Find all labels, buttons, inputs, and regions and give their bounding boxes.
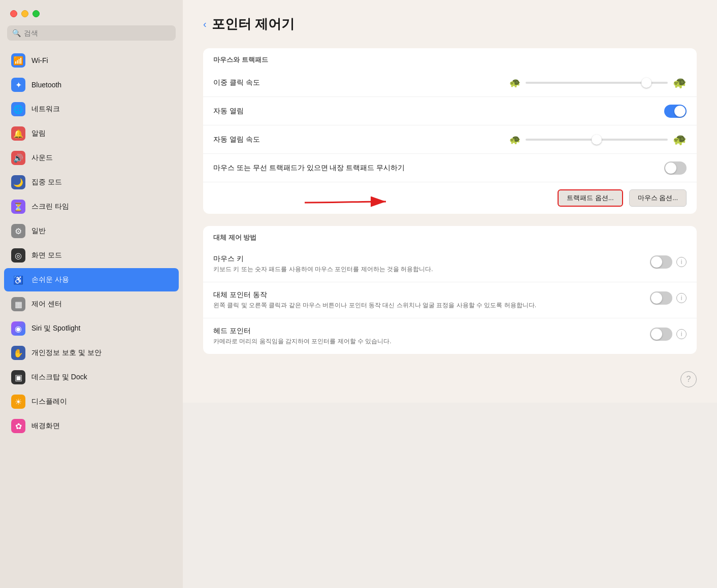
back-button[interactable]: ‹ bbox=[203, 18, 207, 30]
head-pointer-sublabel: 카메라로 머리의 움직임을 감지하여 포인터를 제어할 수 있습니다. bbox=[213, 337, 650, 346]
sidebar-item-network[interactable]: 🌐네트워크 bbox=[4, 97, 179, 121]
sidebar-item-notifications[interactable]: 🔔알림 bbox=[4, 122, 179, 145]
focus-icon: 🌙 bbox=[11, 175, 25, 189]
page-title: 포인터 제어기 bbox=[212, 15, 295, 33]
sidebar-item-label-wallpaper: 배경화면 bbox=[31, 421, 60, 431]
alt-pointer-info-button[interactable]: i bbox=[676, 293, 687, 303]
alt-pointer-toggle-thumb bbox=[651, 292, 662, 304]
bluetooth-icon: ✦ bbox=[11, 78, 25, 92]
slider-row-double-click[interactable]: 🐢 🐢 bbox=[509, 76, 687, 89]
trackpad-options-button[interactable]: 트랙패드 옵션... bbox=[558, 189, 623, 207]
turtle-icon-large-2: 🐢 bbox=[673, 133, 687, 146]
help-row: ? bbox=[203, 366, 697, 387]
double-click-label: 이중 클릭 속도 bbox=[213, 78, 509, 87]
sidebar-item-label-focus: 집중 모드 bbox=[31, 178, 62, 187]
alt-pointer-sublabel: 왼쪽 클릭 및 오른쪽 클릭과 같은 마우스 버튼이나 포인터 동작 대신 스위… bbox=[213, 301, 650, 310]
sidebar-item-label-accessibility: 손쉬운 사용 bbox=[31, 275, 69, 284]
auto-open-toggle[interactable] bbox=[664, 105, 687, 118]
sidebar-item-label-control: 제어 센터 bbox=[31, 300, 62, 309]
ignore-trackpad-toggle[interactable] bbox=[664, 161, 687, 175]
main-wrapper: ‹ 포인터 제어기 마우스와 트랙패드 이중 클릭 속도 🐢 🐢 자동 열림 bbox=[183, 0, 717, 588]
sidebar-item-wallpaper[interactable]: ✿배경화면 bbox=[4, 414, 179, 438]
sidebar-item-privacy[interactable]: ✋개인정보 보호 및 보안 bbox=[4, 341, 179, 365]
auto-open-toggle-thumb bbox=[674, 106, 686, 117]
sidebar-item-general[interactable]: ⚙일반 bbox=[4, 219, 179, 243]
sidebar-item-label-appearance: 화면 모드 bbox=[31, 251, 62, 260]
turtle-icon-small-2: 🐢 bbox=[509, 134, 520, 145]
sidebar-item-wifi[interactable]: 📶Wi-Fi bbox=[4, 49, 179, 72]
head-pointer-toggle[interactable] bbox=[650, 328, 672, 341]
ignore-trackpad-toggle-thumb bbox=[665, 162, 676, 174]
network-icon: 🌐 bbox=[11, 102, 25, 116]
turtle-icon-large: 🐢 bbox=[673, 76, 687, 89]
double-click-slider[interactable] bbox=[526, 82, 668, 84]
sidebar-item-label-desktop: 데스크탑 및 Dock bbox=[31, 373, 87, 382]
general-icon: ⚙ bbox=[11, 224, 25, 238]
mouse-keys-info-button[interactable]: i bbox=[676, 257, 687, 267]
wallpaper-icon: ✿ bbox=[11, 419, 25, 433]
sound-icon: 🔊 bbox=[11, 151, 25, 165]
minimize-button[interactable] bbox=[21, 10, 28, 17]
display-icon: ☀ bbox=[11, 395, 25, 409]
auto-open-speed-label: 자동 열림 속도 bbox=[213, 135, 509, 144]
slider-row-auto-speed[interactable]: 🐢 🐢 bbox=[509, 133, 687, 146]
mouse-keys-toggle-thumb bbox=[651, 256, 662, 268]
auto-open-label: 자동 열림 bbox=[213, 107, 664, 116]
sidebar-item-label-privacy: 개인정보 보호 및 보안 bbox=[31, 348, 102, 357]
mouse-options-button[interactable]: 마우스 옵션... bbox=[629, 189, 687, 207]
sidebar-item-label-general: 일반 bbox=[31, 226, 46, 236]
row-alt-pointer: 대체 포인터 동작 왼쪽 클릭 및 오른쪽 클릭과 같은 마우스 버튼이나 포인… bbox=[203, 282, 697, 318]
mouse-keys-sublabel: 키보드 키 또는 숫자 패드를 사용하여 마우스 포인터를 제어하는 것을 허용… bbox=[213, 265, 650, 274]
section-alt-control: 대체 제어 방법 마우스 키 키보드 키 또는 숫자 패드를 사용하여 마우스 … bbox=[203, 226, 697, 354]
page-header: ‹ 포인터 제어기 bbox=[203, 15, 697, 33]
maximize-button[interactable] bbox=[32, 10, 40, 17]
sidebar-item-bluetooth[interactable]: ✦Bluetooth bbox=[4, 73, 179, 96]
sidebar-item-label-notifications: 알림 bbox=[31, 129, 46, 138]
alt-pointer-label: 대체 포인터 동작 bbox=[213, 290, 650, 300]
sidebar-item-sound[interactable]: 🔊사운드 bbox=[4, 146, 179, 170]
row-ignore-trackpad: 마우스 또는 무선 트랙패드가 있으면 내장 트랙패드 무시하기 bbox=[203, 154, 697, 182]
mouse-keys-toggle[interactable] bbox=[650, 255, 672, 269]
section-mouse-trackpad-title: 마우스와 트랙패드 bbox=[203, 48, 697, 69]
traffic-lights bbox=[0, 0, 183, 25]
row-auto-open-speed: 자동 열림 속도 🐢 🐢 bbox=[203, 125, 697, 154]
desktop-icon: ▣ bbox=[11, 370, 25, 384]
head-pointer-toggle-thumb bbox=[651, 329, 662, 340]
alt-pointer-toggle[interactable] bbox=[650, 291, 672, 305]
section-alt-control-title: 대체 제어 방법 bbox=[203, 226, 697, 246]
search-box[interactable]: 🔍 bbox=[7, 25, 176, 41]
search-icon: 🔍 bbox=[12, 29, 21, 37]
sidebar-item-display[interactable]: ☀디스플레이 bbox=[4, 390, 179, 413]
sidebar-items: 📶Wi-Fi✦Bluetooth🌐네트워크🔔알림🔊사운드🌙집중 모드⏳스크린 타… bbox=[0, 47, 183, 588]
accessibility-icon: ♿ bbox=[11, 273, 25, 287]
sidebar-item-screentime[interactable]: ⏳스크린 타임 bbox=[4, 195, 179, 218]
appearance-icon: ◎ bbox=[11, 248, 25, 263]
sidebar-item-label-bluetooth: Bluetooth bbox=[31, 81, 61, 89]
sidebar-item-siri[interactable]: ◉Siri 및 Spotlight bbox=[4, 317, 179, 340]
sidebar-item-label-screentime: 스크린 타임 bbox=[31, 202, 69, 211]
help-button[interactable]: ? bbox=[680, 371, 697, 387]
head-pointer-info-button[interactable]: i bbox=[676, 329, 687, 339]
sidebar-item-control[interactable]: ▦제어 센터 bbox=[4, 292, 179, 316]
sidebar-item-label-network: 네트워크 bbox=[31, 105, 60, 114]
close-button[interactable] bbox=[10, 10, 17, 17]
sidebar: 🔍 📶Wi-Fi✦Bluetooth🌐네트워크🔔알림🔊사운드🌙집중 모드⏳스크린… bbox=[0, 0, 183, 588]
screentime-icon: ⏳ bbox=[11, 200, 25, 214]
sidebar-item-desktop[interactable]: ▣데스크탑 및 Dock bbox=[4, 366, 179, 389]
control-icon: ▦ bbox=[11, 297, 25, 311]
ignore-trackpad-label: 마우스 또는 무선 트랙패드가 있으면 내장 트랙패드 무시하기 bbox=[213, 164, 664, 173]
search-input[interactable] bbox=[24, 29, 171, 37]
sidebar-item-focus[interactable]: 🌙집중 모드 bbox=[4, 171, 179, 194]
siri-icon: ◉ bbox=[11, 321, 25, 336]
sidebar-item-label-wifi: Wi-Fi bbox=[31, 56, 48, 64]
sidebar-item-label-sound: 사운드 bbox=[31, 153, 53, 162]
row-double-click-speed: 이중 클릭 속도 🐢 🐢 bbox=[203, 69, 697, 97]
mouse-keys-label: 마우스 키 bbox=[213, 254, 650, 264]
sidebar-item-label-siri: Siri 및 Spotlight bbox=[31, 324, 80, 333]
sidebar-item-accessibility[interactable]: ♿손쉬운 사용 bbox=[4, 268, 179, 291]
row-head-pointer: 헤드 포인터 카메라로 머리의 움직임을 감지하여 포인터를 제어할 수 있습니… bbox=[203, 318, 697, 354]
sidebar-item-appearance[interactable]: ◎화면 모드 bbox=[4, 244, 179, 267]
main-content: ‹ 포인터 제어기 마우스와 트랙패드 이중 클릭 속도 🐢 🐢 자동 열림 bbox=[183, 0, 717, 403]
auto-speed-slider[interactable] bbox=[526, 139, 668, 141]
row-mouse-keys: 마우스 키 키보드 키 또는 숫자 패드를 사용하여 마우스 포인터를 제어하는… bbox=[203, 246, 697, 282]
